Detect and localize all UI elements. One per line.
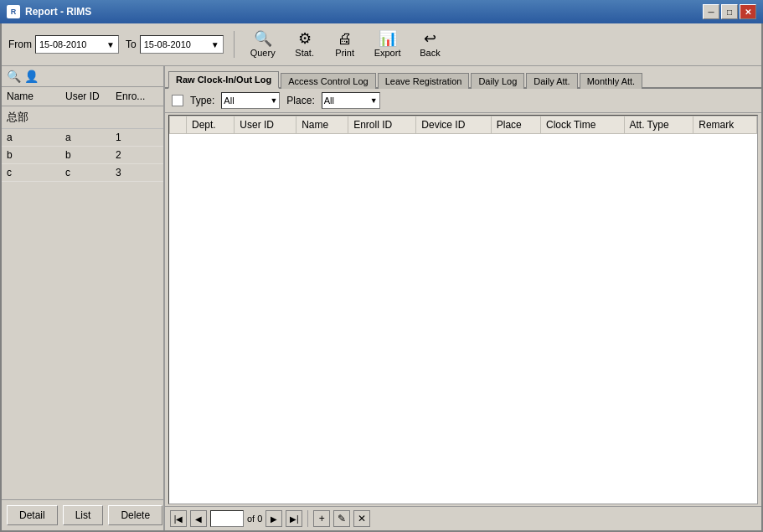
detail-button[interactable]: Detail [7, 505, 58, 525]
from-label: From [8, 39, 32, 50]
back-icon: ↩ [424, 31, 436, 46]
tab-raw-clock[interactable]: Raw Clock-In/Out Log [168, 71, 279, 89]
col-header-remark: Remark [693, 116, 757, 134]
add-record-button[interactable]: + [313, 510, 330, 527]
list-button[interactable]: List [63, 505, 104, 525]
minimize-button[interactable]: ─ [703, 4, 719, 19]
from-date-input[interactable]: 15-08-2010 ▼ [35, 35, 119, 54]
title-bar: R Report - RIMS ─ □ ✕ [0, 0, 763, 23]
filter-bar: Type: All ▼ Place: All ▼ [165, 89, 761, 113]
stat-icon: ⚙ [298, 31, 312, 46]
tab-daily-log[interactable]: Daily Log [471, 73, 524, 89]
tab-leave-registration[interactable]: Leave Registration [378, 73, 470, 89]
search-bar: 🔍 👤 [2, 66, 163, 87]
toolbar-separator-1 [234, 31, 235, 58]
pagination-bar: |◀ ◀ of 0 ▶ ▶| + ✎ ✕ [165, 506, 761, 530]
to-label: To [126, 39, 137, 50]
window-body: From 15-08-2010 ▼ To 15-08-2010 ▼ 🔍 Quer… [0, 23, 763, 532]
first-page-button[interactable]: |◀ [170, 510, 187, 527]
col-header-name: Name [296, 116, 348, 134]
page-number-input[interactable] [210, 510, 244, 527]
list-items: a a 1 b b 2 c c 3 [2, 129, 163, 499]
col-header-clocktime: Clock Time [540, 116, 624, 134]
col-name: Name [5, 89, 64, 104]
type-label: Type: [190, 95, 214, 106]
type-select[interactable]: All ▼ [221, 92, 280, 109]
person-icon[interactable]: 👤 [24, 70, 39, 83]
list-item[interactable]: b b 2 [2, 147, 163, 164]
tab-daily-att[interactable]: Daily Att. [526, 73, 577, 89]
to-date-input[interactable]: 15-08-2010 ▼ [140, 35, 224, 54]
app-icon: R [7, 5, 20, 18]
export-icon: 📊 [379, 31, 397, 46]
edit-record-button[interactable]: ✎ [333, 510, 350, 527]
last-page-button[interactable]: ▶| [286, 510, 302, 527]
search-icon[interactable]: 🔍 [7, 70, 21, 83]
window-controls: ─ □ ✕ [703, 4, 756, 19]
col-header-deviceid: Device ID [416, 116, 491, 134]
col-header-userid: User ID [235, 116, 296, 134]
content-area: 🔍 👤 Name User ID Enro... 总部 a a 1 b [2, 66, 761, 530]
list-item[interactable]: c c 3 [2, 164, 163, 182]
col-header-dept: Dept. [187, 116, 235, 134]
list-item[interactable]: a a 1 [2, 129, 163, 147]
col-header-place: Place [491, 116, 540, 134]
right-panel: Raw Clock-In/Out Log Access Control Log … [165, 66, 761, 530]
col-header-atttype: Att. Type [624, 116, 693, 134]
back-button[interactable]: ↩ Back [413, 28, 446, 60]
window-title: Report - RIMS [25, 6, 703, 18]
checkbox-area [172, 95, 183, 106]
query-icon: 🔍 [254, 31, 272, 46]
page-of-text: of 0 [247, 514, 262, 524]
data-table: Dept. User ID Name Enroll ID Device ID P… [169, 116, 757, 134]
delete-record-button[interactable]: ✕ [353, 510, 370, 527]
stat-button[interactable]: ⚙ Stat. [288, 28, 322, 60]
col-header-enrollid: Enroll ID [348, 116, 416, 134]
col-header-checkbox [170, 116, 187, 134]
list-header: Name User ID Enro... [2, 87, 163, 106]
bottom-buttons: Detail List Delete [2, 499, 163, 530]
select-all-checkbox[interactable] [172, 95, 183, 106]
tab-monthly-att[interactable]: Monthly Att. [580, 73, 642, 89]
print-button[interactable]: 🖨 Print [328, 28, 362, 60]
place-select[interactable]: All ▼ [322, 92, 380, 109]
export-button[interactable]: 📊 Export [369, 28, 407, 60]
next-page-button[interactable]: ▶ [266, 510, 282, 527]
group-label: 总部 [2, 106, 163, 129]
close-button[interactable]: ✕ [740, 4, 756, 19]
prev-page-button[interactable]: ◀ [190, 510, 207, 527]
date-range-group: From 15-08-2010 ▼ [8, 35, 119, 54]
to-date-group: To 15-08-2010 ▼ [126, 35, 224, 54]
tabs-row: Raw Clock-In/Out Log Access Control Log … [165, 66, 761, 89]
col-enroll: Enro... [114, 89, 164, 104]
maximize-button[interactable]: □ [721, 4, 738, 19]
col-userid: User ID [64, 89, 114, 104]
delete-button[interactable]: Delete [108, 505, 162, 525]
data-table-wrapper: Dept. User ID Name Enroll ID Device ID P… [168, 115, 758, 504]
left-panel: 🔍 👤 Name User ID Enro... 总部 a a 1 b [2, 66, 165, 530]
tab-access-control[interactable]: Access Control Log [281, 73, 375, 89]
toolbar: From 15-08-2010 ▼ To 15-08-2010 ▼ 🔍 Quer… [2, 23, 761, 66]
print-icon: 🖨 [338, 31, 353, 46]
query-button[interactable]: 🔍 Query [245, 28, 281, 60]
pagination-separator [307, 510, 308, 527]
place-label: Place: [286, 95, 314, 106]
